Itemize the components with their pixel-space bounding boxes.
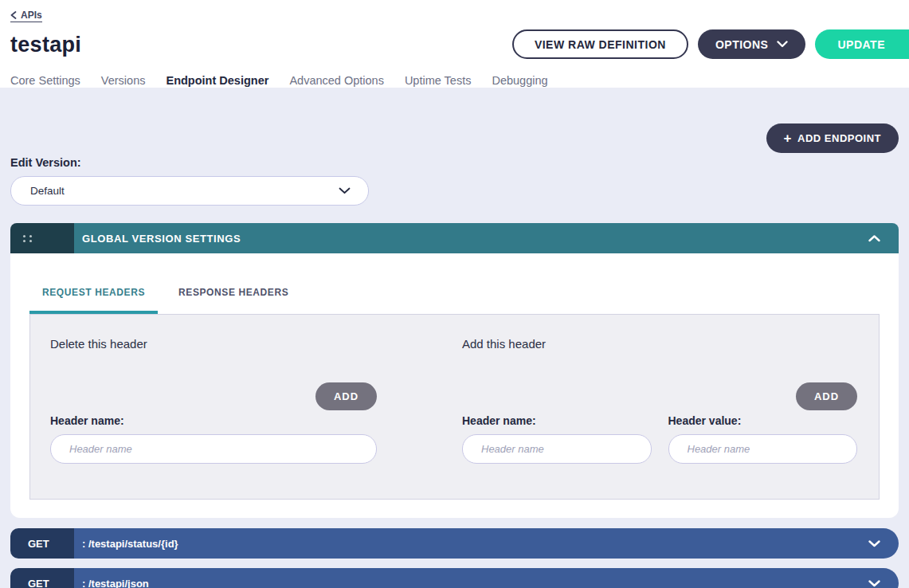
breadcrumb-label: APIs	[21, 10, 42, 21]
add-endpoint-button[interactable]: + ADD ENDPOINT	[766, 123, 899, 153]
chevron-down-icon	[339, 187, 351, 194]
request-headers-panel: Delete this header ADD Header name: Add …	[29, 314, 880, 500]
tab-response-headers[interactable]: RESPONSE HEADERS	[166, 287, 301, 314]
chevron-down-icon	[777, 41, 788, 48]
add-header-column: Add this header ADD Header name: Header …	[462, 337, 857, 464]
add-endpoint-label: ADD ENDPOINT	[797, 132, 881, 144]
endpoint-method-badge: GET	[10, 568, 74, 588]
header-value-label: Header value:	[668, 414, 858, 427]
version-select[interactable]: Default	[10, 176, 369, 206]
edit-version-label: Edit Version:	[10, 156, 899, 169]
chevron-up-icon[interactable]	[868, 235, 880, 242]
plus-icon: +	[784, 131, 792, 145]
add-header-title: Add this header	[462, 337, 857, 351]
add-header-add-row: ADD	[462, 382, 857, 410]
global-version-settings-section: GLOBAL VERSION SETTINGS REQUEST HEADERS …	[10, 223, 899, 518]
add-endpoint-row: + ADD ENDPOINT	[10, 123, 899, 153]
add-header-name-input[interactable]	[462, 434, 652, 464]
update-button[interactable]: UPDATE	[815, 29, 909, 59]
add-header-name-field: Header name:	[462, 414, 652, 464]
delete-header-add-row: ADD	[50, 382, 377, 410]
endpoint-path: : /testapi/json	[82, 578, 149, 588]
page-header: APIs testapi VIEW RAW DEFINITION OPTIONS…	[0, 0, 909, 88]
endpoint-method-badge: GET	[10, 528, 74, 559]
chevron-left-icon	[10, 11, 17, 19]
version-select-value: Default	[30, 185, 65, 197]
endpoint-bar[interactable]: : /testapi/status/{id}	[74, 528, 899, 559]
breadcrumb-back-link[interactable]: APIs	[10, 10, 42, 22]
view-raw-definition-button[interactable]: VIEW RAW DEFINITION	[512, 29, 688, 59]
global-version-settings-bar[interactable]: GLOBAL VERSION SETTINGS	[74, 223, 899, 253]
chevron-down-icon[interactable]	[868, 580, 880, 587]
endpoint-bar[interactable]: : /testapi/json	[74, 568, 899, 588]
endpoint-path: : /testapi/status/{id}	[82, 538, 178, 550]
add-header-add-button[interactable]: ADD	[796, 382, 857, 410]
drag-handle-dots-icon	[23, 235, 25, 237]
header-actions: VIEW RAW DEFINITION OPTIONS UPDATE	[512, 29, 909, 59]
add-header-value-input[interactable]	[668, 434, 858, 464]
delete-header-name-field: Header name:	[50, 414, 377, 464]
global-version-settings-body: REQUEST HEADERS RESPONSE HEADERS Delete …	[10, 253, 899, 518]
drag-handle[interactable]	[10, 223, 74, 253]
endpoint-row[interactable]: GET : /testapi/json	[10, 568, 899, 588]
headers-tabs: REQUEST HEADERS RESPONSE HEADERS	[29, 287, 880, 314]
endpoint-designer-content: + ADD ENDPOINT Edit Version: Default GLO…	[0, 88, 909, 588]
delete-header-title: Delete this header	[50, 337, 377, 351]
global-version-settings-header[interactable]: GLOBAL VERSION SETTINGS	[10, 223, 899, 253]
chevron-down-icon[interactable]	[868, 540, 880, 547]
options-button[interactable]: OPTIONS	[698, 29, 806, 59]
delete-header-name-input[interactable]	[50, 434, 377, 464]
options-button-label: OPTIONS	[715, 38, 769, 51]
delete-header-add-button[interactable]: ADD	[315, 382, 377, 410]
delete-header-column: Delete this header ADD Header name:	[50, 337, 377, 464]
add-header-value-field: Header value:	[668, 414, 858, 464]
header-name-label: Header name:	[50, 414, 377, 427]
endpoint-row[interactable]: GET : /testapi/status/{id}	[10, 528, 899, 559]
header-name-label: Header name:	[462, 414, 652, 427]
section-title: GLOBAL VERSION SETTINGS	[82, 233, 241, 245]
tab-request-headers[interactable]: REQUEST HEADERS	[29, 287, 158, 314]
add-header-fields: Header name: Header value:	[462, 414, 857, 464]
delete-header-fields: Header name:	[50, 414, 377, 464]
